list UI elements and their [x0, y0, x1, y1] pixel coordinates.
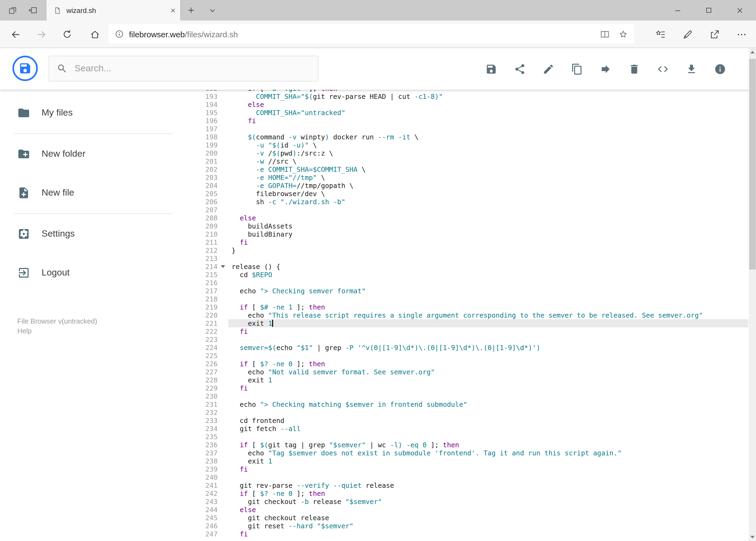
code-line-199[interactable]: 199 -u "$(id -u)" \ [178, 141, 748, 149]
tabs-aside-icon[interactable] [2, 0, 23, 21]
refresh-icon[interactable] [57, 24, 77, 44]
code-line-240[interactable]: 240 [178, 473, 748, 481]
help-link[interactable]: Help [17, 327, 32, 335]
scrollbar-thumb[interactable] [749, 59, 756, 270]
back-icon[interactable] [5, 24, 25, 44]
code-line-192[interactable]: 192 if [ -d ".git" ]; then [178, 90, 748, 92]
code-line-195[interactable]: 195 COMMIT_SHA="untracked" [178, 109, 748, 117]
search-input[interactable] [75, 63, 310, 74]
code-line-243[interactable]: 243 git checkout -b release "$semver" [178, 497, 748, 506]
code-line-230[interactable]: 230 [178, 392, 748, 400]
code-line-222[interactable]: 222 fi [178, 327, 748, 335]
code-line-234[interactable]: 234 git fetch --all [178, 425, 748, 433]
scroll-down-icon[interactable] [749, 533, 756, 541]
code-line-196[interactable]: 196 fi [178, 117, 748, 125]
filebrowser-logo[interactable] [12, 56, 38, 81]
code-line-218[interactable]: 218 [178, 295, 748, 303]
share-page-icon[interactable] [704, 24, 724, 44]
code-button[interactable] [657, 62, 669, 75]
close-icon[interactable] [728, 0, 752, 21]
hub-favorites-icon[interactable] [650, 24, 670, 44]
more-options-icon[interactable] [731, 24, 751, 44]
code-line-198[interactable]: 198 $(command -v winpty) docker run --rm… [178, 133, 748, 141]
code-line-237[interactable]: 237 echo "Tag $semver does not exist in … [178, 449, 748, 457]
code-line-201[interactable]: 201 -w //src \ [178, 157, 748, 165]
code-line-229[interactable]: 229 fi [178, 384, 748, 392]
favorite-star-icon[interactable] [614, 24, 632, 44]
fold-marker-icon[interactable] [221, 265, 225, 268]
download-button[interactable] [685, 62, 697, 75]
site-info-icon[interactable] [115, 29, 124, 39]
sidebar-item-my-files[interactable]: My files [0, 94, 178, 132]
code-line-213[interactable]: 213 [178, 255, 748, 263]
code-line-227[interactable]: 227 echo "Not valid semver format. See s… [178, 368, 748, 376]
code-line-212[interactable]: 212} [178, 246, 748, 255]
delete-button[interactable] [629, 62, 640, 75]
search-box[interactable] [49, 56, 319, 82]
code-line-236[interactable]: 236 if [ $(git tag | grep "$semver" | wc… [178, 441, 748, 449]
sidebar-item-logout[interactable]: Logout [0, 254, 178, 292]
code-line-203[interactable]: 203 -e HOME="//tmp" \ [178, 174, 748, 182]
code-line-197[interactable]: 197 [178, 125, 748, 133]
code-line-238[interactable]: 238 exit 1 [178, 457, 748, 465]
code-line-228[interactable]: 228 exit 1 [178, 376, 748, 384]
code-line-204[interactable]: 204 -e GOPATH=//tmp/gopath \ [178, 182, 748, 190]
code-line-211[interactable]: 211 fi [178, 238, 748, 246]
code-line-223[interactable]: 223 [178, 335, 748, 343]
sidebar-item-new-folder[interactable]: New folder [0, 135, 178, 173]
tab-preview-icon[interactable] [23, 0, 43, 21]
address-bar[interactable]: filebrowser.web/files/wizard.sh [109, 24, 634, 44]
show-tab-previews-icon[interactable] [202, 0, 222, 21]
page-scrollbar[interactable] [749, 48, 756, 541]
code-line-226[interactable]: 226 if [ $? -ne 0 ]; then [178, 360, 748, 368]
code-line-209[interactable]: 209 buildAssets [178, 222, 748, 230]
sidebar-item-settings[interactable]: Settings [0, 215, 178, 253]
code-line-232[interactable]: 232 [178, 408, 748, 416]
code-line-247[interactable]: 247 fi [178, 530, 748, 538]
forward-icon[interactable] [31, 24, 51, 44]
info-button[interactable] [714, 62, 726, 75]
code-line-245[interactable]: 245 git checkout release [178, 514, 748, 522]
code-line-239[interactable]: 239 fi [178, 465, 748, 473]
home-icon[interactable] [85, 24, 105, 44]
code-line-194[interactable]: 194 else [178, 101, 748, 109]
scroll-up-icon[interactable] [749, 48, 756, 56]
code-line-208[interactable]: 208 else [178, 214, 748, 222]
tab-close-icon[interactable] [165, 0, 180, 21]
minimize-icon[interactable] [665, 0, 690, 21]
code-line-214[interactable]: 214release () { [178, 263, 748, 270]
code-line-205[interactable]: 205 filebrowser/dev \ [178, 190, 748, 198]
new-tab-icon[interactable] [181, 0, 201, 21]
code-line-207[interactable]: 207 [178, 206, 748, 214]
code-line-216[interactable]: 216 [178, 279, 748, 287]
sidebar-item-new-file[interactable]: New file [0, 174, 178, 212]
share-button[interactable] [514, 62, 526, 75]
code-line-225[interactable]: 225 [178, 352, 748, 360]
maximize-icon[interactable] [696, 0, 721, 21]
code-line-206[interactable]: 206 sh -c "./wizard.sh -b" [178, 198, 748, 206]
code-line-244[interactable]: 244 else [178, 506, 748, 514]
code-line-242[interactable]: 242 if [ $? -ne 0 ]; then [178, 489, 748, 497]
code-line-220[interactable]: 220 echo "This release script requires a… [178, 311, 748, 319]
code-line-231[interactable]: 231 echo "> Checking matching $semver in… [178, 400, 748, 408]
code-line-241[interactable]: 241 git rev-parse --verify --quiet relea… [178, 481, 748, 489]
code-line-219[interactable]: 219 if [ $# -ne 1 ]; then [178, 303, 748, 311]
code-line-202[interactable]: 202 -e COMMIT_SHA=$COMMIT_SHA \ [178, 165, 748, 174]
code-line-217[interactable]: 217 echo "> Checking semver format" [178, 287, 748, 295]
save-button[interactable] [485, 62, 497, 75]
move-button[interactable] [600, 62, 612, 75]
code-line-246[interactable]: 246 git reset --hard "$semver" [178, 522, 748, 530]
code-editor[interactable]: 192 if [ -d ".git" ]; then193 COMMIT_SHA… [178, 90, 748, 541]
reading-view-icon[interactable] [596, 24, 614, 44]
web-note-pen-icon[interactable] [677, 24, 697, 44]
code-line-200[interactable]: 200 -v /$(pwd):/src:z \ [178, 149, 748, 157]
code-line-233[interactable]: 233 cd frontend [178, 416, 748, 425]
code-line-235[interactable]: 235 [178, 433, 748, 441]
browser-tab[interactable]: wizard.sh [46, 0, 181, 21]
code-line-210[interactable]: 210 buildBinary [178, 230, 748, 238]
code-line-221[interactable]: 221 exit 1 [178, 319, 748, 327]
code-line-215[interactable]: 215 cd $REPO [178, 270, 748, 279]
copy-button[interactable] [571, 62, 583, 75]
rename-button[interactable] [543, 62, 554, 75]
code-line-193[interactable]: 193 COMMIT_SHA="$(git rev-parse HEAD | c… [178, 92, 748, 101]
